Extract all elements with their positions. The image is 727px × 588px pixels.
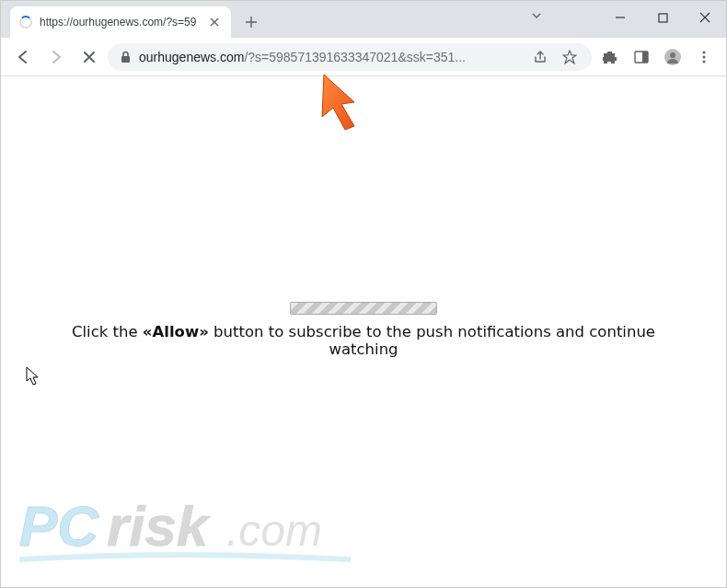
- new-tab-button[interactable]: [238, 9, 264, 35]
- url-text: ourhugenews.com/?s=598571391633347021&ss…: [139, 50, 522, 64]
- profile-icon[interactable]: [658, 42, 687, 72]
- tab-dropdown-icon[interactable]: [531, 10, 542, 21]
- extensions-icon[interactable]: [595, 42, 625, 72]
- svg-point-7: [703, 55, 706, 58]
- maximize-button[interactable]: [641, 1, 684, 34]
- page-content: Click the «Allow» button to subscribe to…: [1, 76, 726, 588]
- browser-tab[interactable]: https://ourhugenews.com/?s=59: [10, 6, 231, 38]
- svg-rect-1: [121, 56, 130, 63]
- browser-toolbar: ourhugenews.com/?s=598571391633347021&ss…: [1, 38, 726, 76]
- svg-point-6: [703, 51, 706, 53]
- back-button[interactable]: [8, 42, 38, 72]
- menu-icon[interactable]: [689, 42, 719, 72]
- forward-button[interactable]: [41, 42, 71, 72]
- close-tab-icon[interactable]: [207, 15, 222, 29]
- address-bar[interactable]: ourhugenews.com/?s=598571391633347021&ss…: [108, 43, 592, 71]
- share-icon[interactable]: [529, 42, 551, 72]
- toolbar-right-icons: [595, 42, 719, 72]
- close-window-button[interactable]: [684, 1, 726, 34]
- bookmark-star-icon[interactable]: [559, 42, 581, 72]
- minimize-button[interactable]: [599, 1, 641, 34]
- stop-reload-button[interactable]: [75, 42, 104, 72]
- lock-icon[interactable]: [119, 51, 132, 63]
- window-titlebar: https://ourhugenews.com/?s=59: [1, 1, 726, 38]
- loading-spinner-icon: [19, 16, 32, 29]
- instruction-message: Click the «Allow» button to subscribe to…: [41, 323, 686, 358]
- svg-point-5: [670, 52, 675, 58]
- tab-title: https://ourhugenews.com/?s=59: [40, 16, 200, 29]
- svg-rect-3: [642, 52, 648, 63]
- svg-point-8: [703, 60, 706, 63]
- svg-rect-0: [659, 14, 667, 22]
- window-controls: [599, 1, 726, 34]
- loading-progress-bar: [290, 302, 437, 315]
- side-panel-icon[interactable]: [627, 42, 656, 72]
